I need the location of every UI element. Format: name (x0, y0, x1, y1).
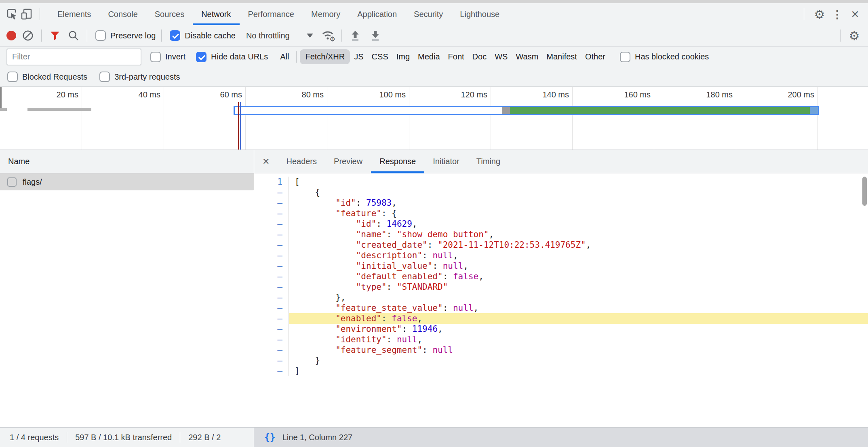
filter-type-font[interactable]: Font (444, 49, 468, 64)
tick-label: 180 ms (672, 90, 733, 99)
network-toolbar: Preserve log Disable cache No throttling… (0, 25, 868, 46)
inspect-element-icon[interactable] (5, 7, 19, 21)
response-code-viewer[interactable]: 1[– {– "id": 75983,– "feature": {– "id":… (254, 173, 868, 427)
grid-line (327, 87, 327, 150)
hide-data-urls-toggle[interactable]: Hide data URLs (196, 52, 268, 62)
filter-type-wasm[interactable]: Wasm (512, 49, 542, 64)
filter-type-media[interactable]: Media (414, 49, 444, 64)
code-line: – } (254, 355, 868, 366)
filter-type-css[interactable]: CSS (368, 49, 392, 64)
scrollbar-thumb[interactable] (862, 177, 867, 206)
line-content: "description": null, (289, 250, 868, 261)
tab-application[interactable]: Application (349, 3, 405, 25)
table-row[interactable]: flags/ (0, 173, 254, 190)
invert-checkbox[interactable] (150, 52, 161, 62)
code-line: – "environment": 11946, (254, 324, 868, 334)
tab-elements[interactable]: Elements (49, 3, 99, 25)
request-detail-panel: ✕ HeadersPreviewResponseInitiatorTiming … (254, 150, 868, 427)
filter-type-doc[interactable]: Doc (468, 49, 491, 64)
throttling-select[interactable]: No throttling (246, 31, 290, 40)
invert-toggle[interactable]: Invert (150, 52, 185, 62)
device-toolbar-icon[interactable] (19, 7, 34, 21)
line-number: – (254, 292, 289, 303)
dcl-event-line (240, 102, 241, 150)
code-line: – "created_date": "2021-11-12T10:22:53.4… (254, 240, 868, 250)
filter-type-manifest[interactable]: Manifest (542, 49, 581, 64)
code-line: – "type": "STANDARD" (254, 282, 868, 292)
line-number: – (254, 366, 289, 376)
import-har-icon[interactable] (348, 28, 363, 43)
disable-cache-checkbox[interactable] (170, 30, 180, 41)
tick-label: 200 ms (754, 90, 814, 99)
grid-line (409, 87, 409, 150)
has-blocked-cookies-checkbox[interactable] (620, 52, 630, 62)
code-line: – "initial_value": null, (254, 261, 868, 271)
code-line: – "feature": { (254, 208, 868, 219)
separator (67, 432, 67, 443)
filter-input[interactable] (6, 48, 141, 65)
network-summary-bar: 1 / 4 requests 597 B / 10.1 kB transferr… (0, 427, 254, 447)
line-content: "enabled": false, (289, 313, 868, 324)
timeline-overview[interactable]: 20 ms40 ms60 ms80 ms100 ms120 ms140 ms16… (0, 87, 868, 150)
filter-type-ws[interactable]: WS (491, 49, 512, 64)
hide-data-urls-label: Hide data URLs (211, 52, 268, 61)
preserve-log-checkbox[interactable] (95, 30, 106, 41)
window-top-edge (0, 0, 868, 3)
detail-tab-initiator[interactable]: Initiator (424, 150, 468, 173)
code-line: – { (254, 187, 868, 198)
network-settings-gear-icon[interactable]: ⚙ (846, 27, 862, 44)
filter-type-fetch-xhr[interactable]: Fetch/XHR (300, 49, 350, 64)
close-detail-icon[interactable]: ✕ (254, 156, 278, 167)
third-party-toggle[interactable]: 3rd-party requests (99, 72, 180, 82)
search-icon[interactable] (66, 28, 81, 43)
filter-type-all[interactable]: All (276, 49, 293, 64)
requests-count: 1 / 4 requests (10, 433, 59, 442)
filter-type-js[interactable]: JS (350, 49, 367, 64)
network-filter-bar: Invert Hide data URLs AllFetch/XHRJSCSSI… (0, 46, 868, 67)
grid-line (817, 87, 818, 150)
clear-icon[interactable] (20, 28, 36, 43)
has-blocked-cookies-toggle[interactable]: Has blocked cookies (620, 52, 709, 62)
network-conditions-icon[interactable]: ⚙ (320, 27, 336, 44)
hide-data-urls-checkbox[interactable] (196, 52, 206, 62)
filter-type-img[interactable]: Img (392, 49, 414, 64)
line-number: – (254, 229, 289, 240)
filter-type-other[interactable]: Other (581, 49, 609, 64)
detail-tab-preview[interactable]: Preview (325, 150, 371, 173)
tab-network[interactable]: Network (193, 3, 239, 25)
settings-gear-icon[interactable]: ⚙ (811, 6, 828, 22)
more-options-icon[interactable]: ⋮ (829, 6, 845, 22)
tab-performance[interactable]: Performance (240, 3, 303, 25)
export-har-icon[interactable] (368, 28, 383, 43)
detail-tab-timing[interactable]: Timing (468, 150, 509, 173)
preserve-log-toggle[interactable]: Preserve log (95, 30, 156, 41)
chevron-down-icon[interactable] (307, 34, 313, 38)
tick-label: 100 ms (345, 90, 406, 99)
tab-memory[interactable]: Memory (303, 3, 349, 25)
detail-tab-response[interactable]: Response (371, 150, 424, 173)
blocked-requests-toggle[interactable]: Blocked Requests (7, 72, 87, 82)
tab-console[interactable]: Console (99, 3, 146, 25)
tab-security[interactable]: Security (405, 3, 451, 25)
record-button[interactable] (6, 31, 16, 40)
detail-tab-headers[interactable]: Headers (278, 150, 325, 173)
blocked-requests-checkbox[interactable] (7, 72, 18, 82)
line-content: ] (289, 366, 868, 376)
request-row-checkbox[interactable] (7, 177, 17, 187)
line-number: – (254, 345, 289, 355)
bar-segment-waiting (502, 107, 510, 114)
detail-tabs: HeadersPreviewResponseInitiatorTiming (278, 150, 509, 173)
name-column-header[interactable]: Name (0, 150, 254, 173)
tab-sources[interactable]: Sources (146, 3, 193, 25)
disable-cache-toggle[interactable]: Disable cache (170, 30, 236, 41)
code-line: – "feature_segment": null (254, 345, 868, 355)
toolbar-right-controls: ⚙ ⋮ ✕ (798, 6, 863, 22)
disable-cache-label: Disable cache (185, 31, 236, 40)
third-party-checkbox[interactable] (99, 72, 110, 82)
devtools-main-toolbar: ElementsConsoleSourcesNetworkPerformance… (0, 3, 868, 25)
tab-lighthouse[interactable]: Lighthouse (451, 3, 508, 25)
filter-funnel-icon[interactable] (47, 28, 63, 43)
tick-label: 120 ms (427, 90, 487, 99)
close-devtools-icon[interactable]: ✕ (847, 6, 863, 22)
separator (41, 30, 42, 42)
